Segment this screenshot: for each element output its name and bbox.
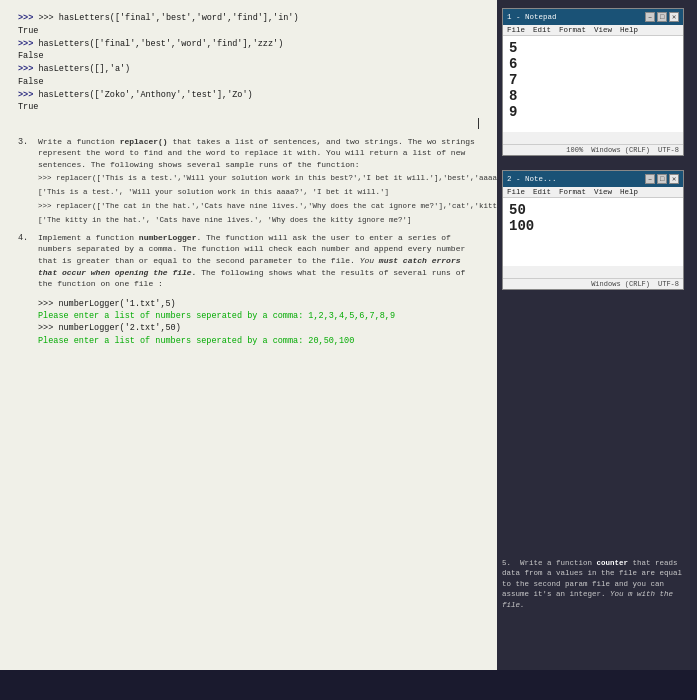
notepad-1-statusbar: 100% Windows (CRLF) UTF-8 <box>503 144 683 155</box>
notepad-1-title: 1 - Notepad <box>507 13 557 21</box>
section-3-text: Write a function replacer() that takes a… <box>38 137 475 169</box>
section-3-number: 3. <box>18 136 28 148</box>
replacer-output-2: ['The kitty in the hat.', 'Cats have nin… <box>38 215 479 226</box>
section-5-text: 5. Write a function counter that reads d… <box>502 558 692 611</box>
menu-view-2[interactable]: View <box>594 188 612 196</box>
right-panel: 1 - Notepad – □ ✕ File Edit Format View … <box>497 0 697 700</box>
code-line-3: >>> hasLetters([],'a') <box>18 63 479 76</box>
menu-file-1[interactable]: File <box>507 26 525 34</box>
replacer-sample-1: >>> replacer(['This is a test.','Will yo… <box>38 173 479 184</box>
menu-help-2[interactable]: Help <box>620 188 638 196</box>
section-4: 4. Implement a function numberLogger. Th… <box>18 232 479 347</box>
menu-file-2[interactable]: File <box>507 188 525 196</box>
notepad-2-content[interactable]: 50 100 <box>503 198 683 266</box>
notepad-1-titlebar[interactable]: 1 - Notepad – □ ✕ <box>503 9 683 25</box>
code-output-4: True <box>18 101 479 114</box>
numberlogger-call-2: >>> numberLogger('2.txt',50) <box>38 322 479 334</box>
notepad-1-menubar: File Edit Format View Help <box>503 25 683 36</box>
notepad-2-titlebar[interactable]: 2 - Note... – □ ✕ <box>503 171 683 187</box>
notepad-2-line-50: 50 <box>509 202 677 218</box>
notepad-1-line-5: 5 <box>509 40 677 56</box>
code-line-1: >>> >>> hasLetters(['final','best','word… <box>18 12 479 25</box>
notepad-2-line-100: 100 <box>509 218 677 234</box>
code-output-3: False <box>18 76 479 89</box>
line-endings-1: Windows (CRLF) <box>591 146 650 154</box>
encoding-1: UTF-8 <box>658 146 679 154</box>
notepad-1-content[interactable]: 5 6 7 8 9 <box>503 36 683 132</box>
notepad-window-2[interactable]: 2 - Note... – □ ✕ File Edit Format View … <box>502 170 684 290</box>
menu-format-2[interactable]: Format <box>559 188 586 196</box>
notepad-1-line-8: 8 <box>509 88 677 104</box>
code-output-1: True <box>18 25 479 38</box>
notepad-2-statusbar: Windows (CRLF) UTF-8 <box>503 278 683 289</box>
titlebar-buttons-2[interactable]: – □ ✕ <box>645 174 679 184</box>
replacer-sample-2: >>> replacer(['The cat in the hat.','Cat… <box>38 201 479 212</box>
close-button-2[interactable]: ✕ <box>669 174 679 184</box>
menu-format-1[interactable]: Format <box>559 26 586 34</box>
notepad-2-menubar: File Edit Format View Help <box>503 187 683 198</box>
text-cursor <box>478 118 479 129</box>
code-block-top: >>> >>> hasLetters(['final','best','word… <box>18 12 479 114</box>
console-section-4: >>> numberLogger('1.txt',5) Please enter… <box>38 298 479 347</box>
menu-edit-1[interactable]: Edit <box>533 26 551 34</box>
section-4-number: 4. <box>18 232 28 244</box>
numberlogger-output-2: Please enter a list of numbers seperated… <box>38 335 479 347</box>
zoom-level: 100% <box>566 146 583 154</box>
code-output-2: False <box>18 50 479 63</box>
maximize-button-2[interactable]: □ <box>657 174 667 184</box>
encoding-2: UTF-8 <box>658 280 679 288</box>
taskbar <box>0 670 697 700</box>
numberlogger-output-1: Please enter a list of numbers seperated… <box>38 310 479 322</box>
section-3: 3. Write a function replacer() that take… <box>18 136 479 226</box>
minimize-button-2[interactable]: – <box>645 174 655 184</box>
notepad-1-line-7: 7 <box>509 72 677 88</box>
notepad-2-title: 2 - Note... <box>507 175 557 183</box>
code-line-2: >>> hasLetters(['final','best','word','f… <box>18 38 479 51</box>
notepad-1-line-9: 9 <box>509 104 677 120</box>
close-button-1[interactable]: ✕ <box>669 12 679 22</box>
maximize-button-1[interactable]: □ <box>657 12 667 22</box>
numberlogger-call-1: >>> numberLogger('1.txt',5) <box>38 298 479 310</box>
code-line-4: >>> hasLetters(['Zoko','Anthony','test']… <box>18 89 479 102</box>
menu-edit-2[interactable]: Edit <box>533 188 551 196</box>
menu-view-1[interactable]: View <box>594 26 612 34</box>
notepad-window-1[interactable]: 1 - Notepad – □ ✕ File Edit Format View … <box>502 8 684 156</box>
section-4-text: Implement a function numberLogger. The f… <box>38 233 465 288</box>
menu-help-1[interactable]: Help <box>620 26 638 34</box>
main-document: >>> >>> hasLetters(['final','best','word… <box>0 0 497 700</box>
line-endings-2: Windows (CRLF) <box>591 280 650 288</box>
replacer-output-1: ['This is a test.', 'Will your solution … <box>38 187 479 198</box>
minimize-button-1[interactable]: – <box>645 12 655 22</box>
notepad-1-line-6: 6 <box>509 56 677 72</box>
titlebar-buttons-1[interactable]: – □ ✕ <box>645 12 679 22</box>
